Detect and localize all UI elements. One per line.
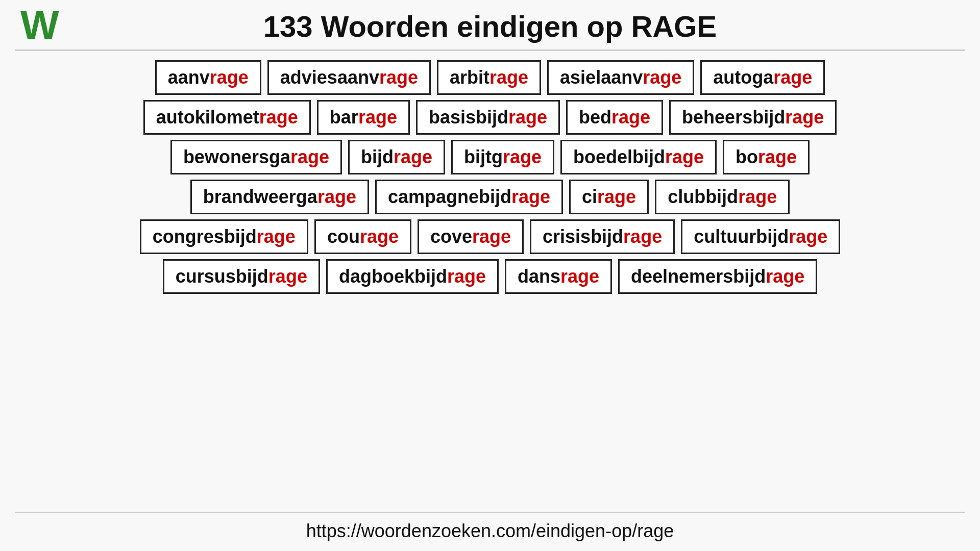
logo-w: W (20, 5, 59, 46)
word-red-part: rage (259, 107, 298, 128)
word-black-part: ci (582, 186, 597, 208)
word-black-part: bijtg (464, 146, 503, 168)
word-box-3-2[interactable]: cirage (569, 180, 649, 214)
word-row-5: cursusbijdragedagboekbijdragedansragedee… (15, 259, 965, 294)
word-red-part: rage (560, 266, 599, 287)
word-box-3-3[interactable]: clubbijdrage (655, 180, 790, 214)
word-box-5-1[interactable]: dagboekbijdrage (326, 259, 499, 294)
word-row-4: congresbijdragecouragecoveragecrisisbijd… (15, 219, 965, 254)
word-box-1-4[interactable]: beheersbijdrage (669, 100, 837, 135)
word-box-4-2[interactable]: coverage (418, 219, 524, 254)
word-row-3: brandweergaragecampagnebijdragecirageclu… (15, 180, 965, 214)
word-black-part: cultuurbijd (694, 226, 789, 247)
word-red-part: rage (766, 266, 804, 287)
word-black-part: boedelbijd (573, 146, 665, 168)
word-red-part: rage (511, 186, 550, 208)
word-row-1: autokilometragebarragebasisbijdragebedra… (15, 100, 965, 135)
word-red-part: rage (738, 186, 777, 208)
word-red-part: rage (611, 107, 650, 128)
word-black-part: arbit (450, 67, 489, 88)
word-box-1-3[interactable]: bedrage (566, 100, 663, 135)
word-red-part: rage (597, 186, 636, 208)
word-row-0: aanvrageadviesaanvragearbitrageasielaanv… (15, 60, 965, 95)
word-black-part: bijd (361, 146, 394, 168)
word-red-part: rage (394, 146, 432, 168)
words-container: aanvrageadviesaanvragearbitrageasielaanv… (0, 51, 980, 512)
word-black-part: basisbijd (429, 107, 508, 128)
word-red-part: rage (379, 67, 418, 88)
word-red-part: rage (665, 146, 704, 168)
word-box-1-1[interactable]: barrage (317, 100, 410, 135)
word-box-0-0[interactable]: aanvrage (155, 60, 261, 95)
word-red-part: rage (758, 146, 797, 168)
word-red-part: rage (360, 226, 399, 247)
word-black-part: bewonersga (183, 146, 290, 168)
word-box-2-0[interactable]: bewonersgarage (170, 140, 342, 174)
word-box-3-1[interactable]: campagnebijdrage (375, 180, 563, 214)
word-black-part: crisisbijd (543, 226, 623, 247)
word-red-part: rage (503, 146, 542, 168)
word-box-4-1[interactable]: courage (314, 219, 411, 254)
word-box-5-2[interactable]: dansrage (505, 259, 612, 294)
word-red-part: rage (623, 226, 662, 247)
word-red-part: rage (508, 107, 547, 128)
word-black-part: cove (430, 226, 472, 247)
word-red-part: rage (472, 226, 511, 247)
word-box-4-0[interactable]: congresbijdrage (140, 219, 308, 254)
word-red-part: rage (317, 186, 356, 208)
word-red-part: rage (210, 67, 249, 88)
word-black-part: deelnemersbijd (631, 266, 766, 287)
footer-url: https://woordenzoeken.com/eindigen-op/ra… (0, 513, 980, 551)
word-box-2-3[interactable]: boedelbijdrage (560, 140, 717, 174)
word-box-0-1[interactable]: adviesaanvrage (267, 60, 431, 95)
word-box-1-2[interactable]: basisbijdrage (416, 100, 560, 135)
word-red-part: rage (268, 266, 307, 287)
word-red-part: rage (358, 107, 397, 128)
word-black-part: dagboekbijd (339, 266, 447, 287)
word-black-part: bed (579, 107, 611, 128)
word-box-0-3[interactable]: asielaanvrage (547, 60, 694, 95)
word-black-part: bar (330, 107, 358, 128)
page-header: W 133 Woorden eindigen op RAGE (0, 0, 980, 49)
word-black-part: beheersbijd (682, 107, 785, 128)
word-red-part: rage (643, 67, 681, 88)
word-black-part: asielaanv (560, 67, 643, 88)
word-box-4-4[interactable]: cultuurbijdrage (681, 219, 840, 254)
word-black-part: brandweerga (203, 186, 317, 208)
word-black-part: cou (327, 226, 360, 247)
word-box-3-0[interactable]: brandweergarage (190, 180, 369, 214)
word-box-5-0[interactable]: cursusbijdrage (163, 259, 320, 294)
word-black-part: autokilomet (156, 107, 259, 128)
word-red-part: rage (789, 226, 827, 247)
word-black-part: aanv (168, 67, 210, 88)
word-red-part: rage (257, 226, 296, 247)
word-box-0-4[interactable]: autogarage (700, 60, 825, 95)
word-box-2-1[interactable]: bijdrage (348, 140, 445, 174)
word-black-part: autoga (713, 67, 773, 88)
word-box-1-0[interactable]: autokilometrage (143, 100, 311, 135)
word-box-2-2[interactable]: bijtgrage (451, 140, 554, 174)
word-black-part: clubbijd (668, 186, 738, 208)
word-box-0-2[interactable]: arbitrage (437, 60, 541, 95)
word-black-part: bo (736, 146, 758, 168)
word-box-2-4[interactable]: borage (723, 140, 810, 174)
word-red-part: rage (290, 146, 329, 168)
word-black-part: campagnebijd (388, 186, 511, 208)
word-red-part: rage (489, 67, 528, 88)
word-black-part: congresbijd (153, 226, 257, 247)
word-red-part: rage (447, 266, 486, 287)
word-black-part: adviesaanv (280, 67, 379, 88)
word-box-4-3[interactable]: crisisbijdrage (530, 219, 675, 254)
word-row-2: bewonersgaragebijdragebijtgrageboedelbij… (15, 140, 965, 174)
page-title: 133 Woorden eindigen op RAGE (263, 9, 717, 43)
word-black-part: dans (518, 266, 560, 287)
word-red-part: rage (773, 67, 812, 88)
word-black-part: cursusbijd (176, 266, 268, 287)
word-box-5-3[interactable]: deelnemersbijdrage (618, 259, 817, 294)
word-red-part: rage (785, 107, 824, 128)
